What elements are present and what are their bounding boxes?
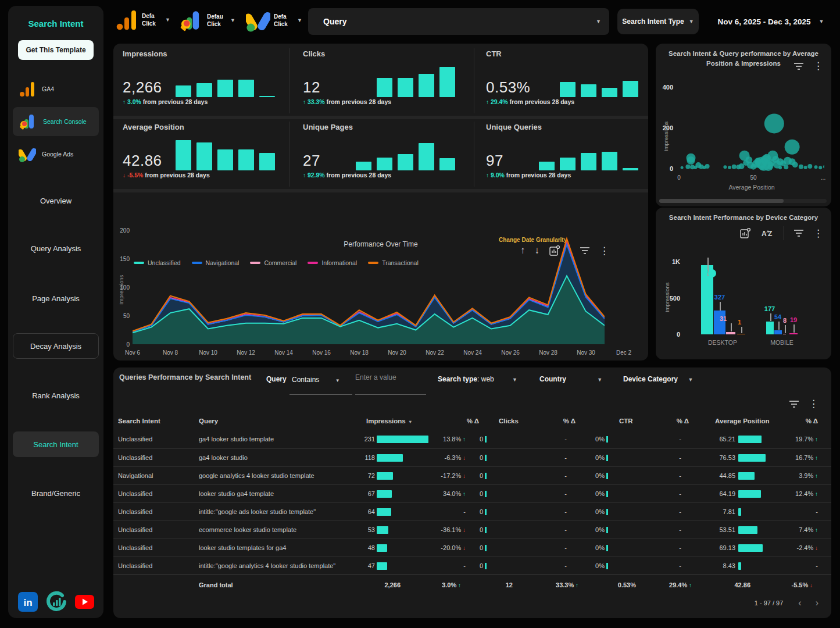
sidebar-item-label: GA4 (42, 85, 54, 92)
arrow-up-icon: ↑ (813, 455, 818, 461)
impressions-bar (377, 490, 392, 498)
cell-avg-position: 7.81 (700, 508, 735, 515)
date-range-picker[interactable]: Nov 6, 2025 - Dec 3, 2025 ▼ (707, 9, 834, 34)
youtube-icon[interactable] (75, 595, 94, 609)
impressions-bar (377, 526, 388, 534)
cell-ctr-delta: - (635, 544, 681, 551)
search-intent-type-dropdown[interactable]: Search Intent Type ▼ (617, 9, 699, 34)
cell-impressions: 72 (340, 472, 375, 479)
cell-position-delta: -2.4% ↓ (771, 544, 818, 551)
cell-ctr: 0% (573, 508, 608, 515)
total-impressions-delta: 3.0% ↑ (414, 581, 461, 588)
bar-commercial-mobile (783, 334, 786, 335)
cell-impressions: 118 (340, 454, 375, 461)
cell-ctr-delta: - (635, 562, 681, 569)
dropdown-triangle-icon: ▼ (335, 378, 340, 383)
column-header[interactable]: Impressions▾ (366, 418, 412, 424)
bar-transactional-desktop (737, 334, 745, 335)
datasource-search-console-selector[interactable]: DefauClick ▼ (179, 8, 235, 33)
column-header: % Δ (529, 418, 576, 424)
arrow-up-icon: ↑ (813, 436, 818, 443)
clicks-zero-bar (485, 473, 487, 479)
filter-value-input[interactable] (355, 373, 422, 381)
cell-avg-position: 65.21 (700, 436, 735, 443)
table-row: Navigationalgoogle analytics 4 looker st… (113, 466, 831, 484)
device-bar-chart: 05001KImpressions9327311DESKTOP17754819M… (656, 208, 831, 359)
cell-clicks-delta: - (520, 544, 567, 551)
y-tick-label: 400 (659, 84, 673, 91)
cell-search-intent: Unclassified (118, 436, 152, 443)
country-dropdown[interactable]: Country ▼ (539, 375, 602, 383)
filter-icon[interactable] (789, 400, 799, 408)
y-tick-label: 200 (116, 227, 130, 234)
ctr-zero-bar (606, 436, 608, 443)
sidebar-item-search-intent[interactable]: Search Intent (13, 431, 99, 457)
cell-position-delta: 12.4% ↑ (771, 490, 818, 497)
datasource-label: Defa (274, 13, 287, 20)
cell-search-intent: Unclassified (118, 490, 152, 497)
ctr-zero-bar (606, 455, 608, 461)
clicks-zero-bar (485, 491, 487, 497)
sidebar-item-search-console[interactable]: Search Console (13, 107, 99, 136)
sidebar-item-google-ads[interactable]: Google Ads (13, 140, 99, 169)
y-axis-label: Impressions (118, 275, 124, 305)
next-page-icon[interactable]: › (816, 598, 818, 608)
ctr-zero-bar (606, 473, 608, 479)
cell-search-intent: Unclassified (118, 526, 152, 533)
search-type-dropdown[interactable]: Search type: web ▼ (438, 375, 517, 383)
query-filter-input[interactable] (308, 17, 581, 26)
ctr-zero-bar (606, 527, 608, 533)
cell-clicks: 0 (457, 544, 487, 551)
kebab-menu-icon[interactable]: ⋮ (809, 398, 818, 410)
cell-position-delta: - (771, 562, 818, 569)
sidebar-item-decay-analysis[interactable]: Decay Analysis (13, 333, 99, 359)
sidebar-item-overview[interactable]: Overview (13, 188, 99, 213)
get-template-button[interactable]: Get This Template (18, 40, 94, 60)
total-position-delta: -5.5% ↓ (766, 581, 813, 588)
sidebar-item-brand-generic[interactable]: Brand/Generic (13, 480, 99, 506)
cell-impressions: 53 (340, 526, 375, 533)
clicks-zero-bar (485, 455, 487, 461)
sidebar-item-label: Search Console (43, 118, 87, 125)
sidebar-item-label: Google Ads (42, 151, 73, 158)
arrow-down-icon: ↓ (813, 545, 818, 551)
chevron-down-icon[interactable]: ▼ (596, 19, 601, 24)
cell-clicks: 0 (457, 490, 487, 497)
total-clicks-delta: 33.3% ↑ (532, 581, 578, 588)
clicks-zero-bar (485, 436, 487, 443)
device-category-dropdown[interactable]: Device Category ▼ (623, 375, 693, 383)
sidebar-item-rank-analysis[interactable]: Rank Analysis (13, 383, 99, 408)
datasource-ga4-selector[interactable]: DefaClick ▼ (115, 8, 170, 31)
brand-logo-icon[interactable] (45, 591, 67, 613)
cell-search-intent: Unclassified (118, 544, 152, 551)
table-body: Unclassifiedga4 looker studio template23… (113, 430, 831, 575)
impressions-bar (377, 472, 393, 480)
x-tick-label: Nov 30 (577, 349, 595, 356)
table-header: Search IntentQueryImpressions▾% ΔClicks%… (113, 415, 831, 430)
chevron-down-icon: ▼ (165, 17, 170, 23)
horizontal-scrollbar[interactable] (659, 199, 827, 203)
cell-query: intitle:"google ads looker studio templa… (199, 508, 316, 515)
x-tick-label: ... (821, 174, 825, 181)
prev-page-icon[interactable]: ‹ (798, 598, 801, 608)
total-ctr: 0.53% (595, 581, 636, 588)
column-header: Query (199, 418, 218, 424)
chevron-down-icon: ▼ (597, 377, 602, 383)
y-axis-label: Impressions (664, 283, 670, 312)
cell-impressions: 48 (340, 544, 375, 551)
chevron-down-icon: ▼ (689, 19, 694, 24)
sidebar-item-query-analysis[interactable]: Query Analysis (13, 236, 99, 261)
arrow-up-icon: ↑ (813, 491, 818, 497)
ga4-icon (19, 80, 36, 98)
linkedin-icon[interactable]: in (18, 592, 38, 612)
total-avg-position: 42.86 (716, 581, 750, 588)
column-header: Search Intent (118, 418, 160, 424)
datasource-google-ads-selector[interactable]: DefaClick ▼ (246, 8, 302, 33)
sidebar-item-page-analysis[interactable]: Page Analysis (13, 286, 99, 311)
sort-desc-icon[interactable]: ▾ (409, 419, 412, 424)
sidebar-item-ga4[interactable]: GA4 (13, 74, 99, 104)
cell-ctr-delta: - (635, 526, 681, 533)
google-ads-icon (246, 8, 270, 33)
cell-search-intent: Navigational (118, 472, 153, 479)
condition-dropdown[interactable]: Contains ▼ (292, 376, 340, 384)
